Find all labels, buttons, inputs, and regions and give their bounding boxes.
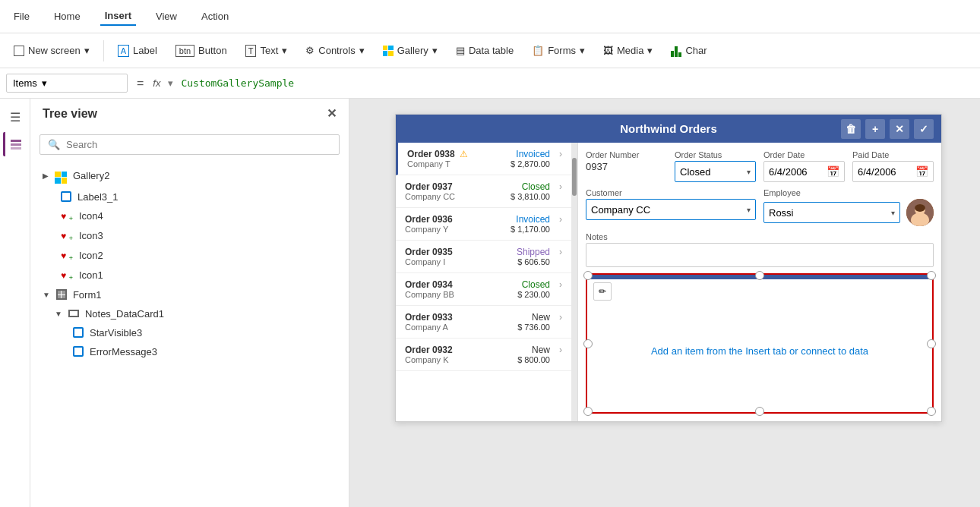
- gallery-scrollbar[interactable]: [571, 143, 577, 421]
- gallery-row-0937[interactable]: Order 0937 Company CC Closed $ 3,810.00 …: [396, 175, 571, 208]
- order-status-input[interactable]: Closed ▾: [675, 161, 756, 182]
- resize-handle-bottom[interactable]: [755, 407, 764, 416]
- confirm-button[interactable]: ✓: [914, 119, 934, 139]
- resize-handle-top-left[interactable]: [583, 271, 593, 280]
- menu-home[interactable]: Home: [49, 8, 85, 25]
- avatar-image: [906, 199, 934, 226]
- resize-handle-right[interactable]: [927, 339, 936, 348]
- gallery-row-0938[interactable]: Order 0938 ⚠ Company T Invoiced $ 2,870.…: [396, 143, 571, 175]
- controls-button[interactable]: ⚙ Controls ▾: [298, 41, 371, 60]
- tree-view-close-button[interactable]: ✕: [327, 106, 337, 121]
- tree-item-notes-datacard1[interactable]: ▼ Notes_DataCard1: [30, 304, 349, 323]
- customer-input[interactable]: Company CC ▾: [586, 199, 756, 220]
- empty-gallery-text-container: Add an item from the Insert tab or conne…: [587, 275, 932, 412]
- resize-handle-top-right[interactable]: [927, 271, 936, 280]
- status-dropdown-arrow: ▾: [747, 168, 751, 176]
- tree-item-icon3[interactable]: ♥ + Icon3: [30, 226, 349, 246]
- notes-label: Notes: [586, 232, 934, 241]
- employee-avatar: [906, 199, 934, 226]
- layers-button[interactable]: [3, 132, 27, 156]
- label-icon: A: [118, 45, 129, 57]
- gallery-chevron-icon: ▾: [432, 45, 438, 56]
- datacard-item-icon: [68, 310, 79, 317]
- employee-input[interactable]: Rossi ▾: [763, 202, 900, 223]
- order-number-0933: Order 0933: [405, 312, 517, 323]
- canvas-area: Northwind Orders 🗑 + ✕ ✓: [349, 99, 980, 507]
- tree-item-starvisible3[interactable]: StarVisible3: [30, 323, 349, 342]
- tree-search-box[interactable]: 🔍: [40, 134, 340, 155]
- order-number-field: Order Number 0937: [586, 150, 667, 182]
- fx-label: fx: [153, 77, 160, 89]
- edit-pencil-button[interactable]: ✏: [593, 282, 612, 301]
- order-number-0932: Order 0932: [405, 345, 517, 355]
- divider1: [103, 40, 104, 61]
- add-button[interactable]: +: [865, 119, 885, 139]
- new-screen-button[interactable]: New screen ▾: [6, 41, 97, 60]
- formula-input[interactable]: [181, 77, 974, 89]
- empty-gallery-selected[interactable]: ✏ Add an item from the Insert tab or con…: [586, 273, 934, 414]
- items-dropdown[interactable]: Items ▾: [6, 74, 128, 93]
- delete-button[interactable]: 🗑: [841, 119, 861, 139]
- menu-file[interactable]: File: [9, 8, 34, 25]
- datacard-expand-icon: ▼: [55, 310, 62, 318]
- media-button[interactable]: 🖼 Media ▾: [596, 41, 660, 60]
- gallery-row-0936[interactable]: Order 0936 Company Y Invoiced $ 1,170.00…: [396, 208, 571, 241]
- company-0932: Company K: [405, 355, 517, 364]
- button-button[interactable]: btn Button: [168, 41, 235, 61]
- paid-date-label: Paid Date: [852, 150, 934, 159]
- tree-item-label3-1[interactable]: Label3_1: [30, 187, 349, 206]
- starvisible3-item-icon: [73, 327, 84, 338]
- resize-handle-top[interactable]: [755, 271, 764, 280]
- gallery-row-0932[interactable]: Order 0932 Company K New $ 800.00 ›: [396, 339, 571, 371]
- employee-label: Employee: [763, 188, 934, 197]
- data-table-button[interactable]: ▤ Data table: [448, 41, 521, 60]
- amount-0935: $ 606.50: [517, 257, 550, 266]
- menu-action[interactable]: Action: [197, 8, 233, 25]
- resize-handle-bottom-left[interactable]: [583, 407, 593, 416]
- customer-label: Customer: [586, 188, 756, 197]
- hamburger-menu-button[interactable]: ☰: [3, 105, 27, 129]
- order-date-input[interactable]: 6/4/2006 📅: [763, 161, 845, 182]
- order-number-label: Order Number: [586, 150, 667, 159]
- gallery-row-0934[interactable]: Order 0934 Company BB Closed $ 230.00 ›: [396, 273, 571, 306]
- tree-item-expand-icon: ▶: [43, 172, 49, 180]
- tree-item-gallery2[interactable]: ▶ Gallery2: [30, 164, 349, 187]
- app-header: Northwind Orders 🗑 + ✕ ✓: [396, 115, 941, 143]
- gallery-row-0933[interactable]: Order 0933 Company A New $ 736.00 ›: [396, 306, 571, 339]
- chevron-icon-0938: ›: [559, 149, 562, 159]
- amount-0932: $ 800.00: [517, 355, 550, 364]
- svg-point-6: [915, 204, 925, 212]
- form-row-2: Customer Company CC ▾ Employee Rossi: [586, 188, 934, 226]
- text-button[interactable]: T Text ▾: [238, 41, 296, 61]
- paid-date-input[interactable]: 6/4/2006 📅: [852, 161, 934, 182]
- status-0938: Invoiced: [511, 149, 550, 159]
- tree-item-errormessage3[interactable]: ErrorMessage3: [30, 342, 349, 361]
- resize-handle-bottom-right[interactable]: [927, 407, 936, 416]
- paid-date-field: Paid Date 6/4/2006 📅: [852, 150, 934, 182]
- paid-date-calendar-icon: 📅: [915, 165, 928, 178]
- menu-view[interactable]: View: [151, 8, 182, 25]
- sidebar: Tree view ✕ 🔍 ▶ Gallery2: [30, 99, 349, 507]
- charts-button[interactable]: Char: [663, 41, 714, 61]
- form1-item-icon: [56, 289, 67, 300]
- tree-item-form1[interactable]: ▼ Form1: [30, 285, 349, 304]
- employee-value: Rossi: [769, 207, 794, 219]
- status-0934: Closed: [517, 279, 550, 290]
- label-button[interactable]: A Label: [110, 41, 165, 61]
- warning-icon-0938: ⚠: [460, 149, 468, 159]
- gallery-button[interactable]: Gallery ▾: [375, 41, 445, 60]
- tree-item-icon1[interactable]: ♥ + Icon1: [30, 266, 349, 285]
- text-icon: T: [245, 45, 257, 57]
- resize-handle-left[interactable]: [583, 339, 593, 348]
- app-body: Order 0938 ⚠ Company T Invoiced $ 2,870.…: [396, 143, 941, 421]
- media-chevron-icon: ▾: [647, 45, 653, 56]
- menu-insert[interactable]: Insert: [100, 7, 136, 26]
- gallery-row-0935[interactable]: Order 0935 Company I Shipped $ 606.50 ›: [396, 241, 571, 273]
- search-input[interactable]: [66, 139, 331, 150]
- tree-item-icon4[interactable]: ♥ + Icon4: [30, 206, 349, 226]
- forms-button[interactable]: 📋 Forms ▾: [524, 41, 593, 60]
- close-button[interactable]: ✕: [890, 119, 909, 139]
- notes-input[interactable]: [586, 243, 934, 267]
- media-icon: 🖼: [603, 45, 613, 56]
- tree-item-icon2[interactable]: ♥ + Icon2: [30, 246, 349, 266]
